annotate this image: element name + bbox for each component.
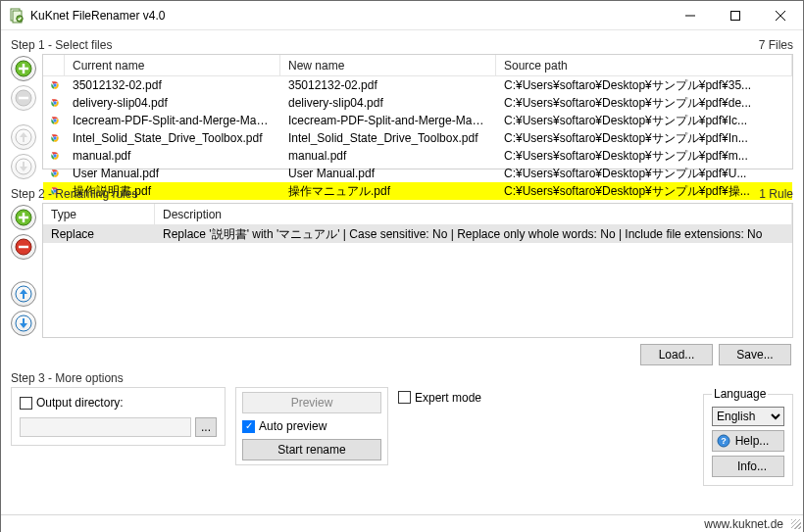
statusbar-url[interactable]: www.kuknet.de — [704, 517, 783, 531]
language-legend: Language — [712, 387, 768, 401]
file-type-icon — [43, 96, 65, 110]
expert-mode-label: Expert mode — [415, 391, 481, 405]
browse-button[interactable]: ... — [195, 417, 217, 437]
cell-new: User Manual.pdf — [280, 167, 496, 180]
table-row[interactable]: 操作説明書.pdf操作マニュアル.pdfC:¥Users¥softaro¥Des… — [43, 182, 792, 200]
rule-down-button[interactable] — [11, 311, 36, 336]
output-dir-input[interactable] — [20, 417, 191, 437]
cell-current: User Manual.pdf — [65, 167, 280, 180]
col-type[interactable]: Type — [43, 204, 155, 224]
svg-point-16 — [54, 84, 57, 87]
file-type-icon — [43, 78, 65, 92]
table-row[interactable]: User Manual.pdfUser Manual.pdfC:¥Users¥s… — [43, 165, 792, 182]
step1-toolbar — [11, 54, 36, 179]
auto-preview-checkbox[interactable]: ✓ — [242, 420, 255, 433]
cell-new: 操作マニュアル.pdf — [280, 183, 496, 200]
cell-new: delivery-slip04.pdf — [280, 96, 496, 110]
table-row[interactable]: 35012132-02.pdf35012132-02.pdfC:¥Users¥s… — [43, 76, 792, 94]
minimize-button[interactable] — [668, 1, 713, 30]
step3-header: Step 3 - More options — [11, 371, 793, 385]
svg-point-19 — [54, 102, 57, 105]
table-row[interactable]: manual.pdfmanual.pdfC:¥Users¥softaro¥Des… — [43, 147, 792, 165]
step3-label: Step 3 - More options — [11, 371, 124, 385]
svg-rect-4 — [731, 11, 740, 20]
close-button[interactable] — [758, 1, 803, 30]
files-table[interactable]: Current name New name Source path 350121… — [42, 54, 793, 169]
window-title: KuKnet FileRenamer v4.0 — [30, 9, 668, 23]
cell-new: Icecream-PDF-Split-and-Merge-Manual... — [280, 114, 496, 127]
rules-table-header: Type Description — [43, 204, 792, 225]
col-source[interactable]: Source path — [496, 55, 792, 75]
svg-text:?: ? — [721, 436, 727, 446]
cell-current: Icecream-PDF-Split-and-Merge-Manual... — [65, 114, 280, 127]
rule-up-button[interactable] — [11, 281, 36, 307]
output-dir-label: Output directory: — [36, 396, 124, 410]
expert-mode-group: Expert mode — [398, 387, 693, 405]
cell-current: manual.pdf — [65, 149, 280, 163]
table-row[interactable]: Icecream-PDF-Split-and-Merge-Manual...Ic… — [43, 112, 792, 129]
resize-grip[interactable] — [787, 515, 803, 531]
step2-toolbar — [11, 203, 36, 338]
cell-source: C:¥Users¥softaro¥Desktop¥サンプル¥pdf¥操... — [496, 183, 792, 200]
info-button[interactable]: Info... — [712, 456, 784, 477]
col-new[interactable]: New name — [280, 55, 496, 75]
move-down-button[interactable] — [11, 154, 36, 179]
cell-source: C:¥Users¥softaro¥Desktop¥サンプル¥pdf¥U... — [496, 166, 792, 182]
cell-current: delivery-slip04.pdf — [65, 96, 280, 110]
cell-source: C:¥Users¥softaro¥Desktop¥サンプル¥pdf¥Ic... — [496, 113, 792, 129]
cell-current: 35012132-02.pdf — [65, 78, 280, 92]
add-file-button[interactable] — [11, 56, 36, 81]
add-rule-button[interactable] — [11, 205, 36, 230]
svg-point-31 — [54, 172, 57, 175]
col-desc[interactable]: Description — [155, 204, 792, 224]
statusbar: www.kuknet.de — [1, 514, 803, 532]
rules-table[interactable]: Type Description ReplaceReplace '説明書' wi… — [42, 203, 793, 338]
table-row[interactable]: ReplaceReplace '説明書' with 'マニュアル' | Case… — [43, 225, 792, 243]
move-up-button[interactable] — [11, 124, 36, 150]
file-type-icon — [43, 149, 65, 163]
cell-source: C:¥Users¥softaro¥Desktop¥サンプル¥pdf¥In... — [496, 130, 792, 147]
start-rename-button[interactable]: Start rename — [242, 439, 381, 460]
cell-source: C:¥Users¥softaro¥Desktop¥サンプル¥pdf¥de... — [496, 95, 792, 112]
preview-button[interactable]: Preview — [242, 392, 381, 413]
load-button[interactable]: Load... — [640, 344, 713, 365]
help-icon: ? — [717, 434, 730, 448]
titlebar: KuKnet FileRenamer v4.0 — [1, 1, 803, 30]
cell-new: manual.pdf — [280, 149, 496, 163]
step1-label: Step 1 - Select files — [11, 38, 112, 52]
cell-source: C:¥Users¥softaro¥Desktop¥サンプル¥pdf¥m... — [496, 148, 792, 165]
file-type-icon — [43, 114, 65, 127]
svg-point-25 — [54, 137, 57, 140]
step2-label: Step 2 - Renaming rules — [11, 187, 137, 201]
table-row[interactable]: delivery-slip04.pdfdelivery-slip04.pdfC:… — [43, 94, 792, 112]
cell-new: Intel_Solid_State_Drive_Toolbox.pdf — [280, 131, 496, 145]
step1-header: Step 1 - Select files 7 Files — [11, 38, 793, 52]
cell-new: 35012132-02.pdf — [280, 78, 496, 92]
svg-point-22 — [54, 120, 57, 122]
help-button[interactable]: ? Help... — [712, 430, 784, 452]
cell-source: C:¥Users¥softaro¥Desktop¥サンプル¥pdf¥35... — [496, 77, 792, 94]
auto-preview-label: Auto preview — [259, 419, 327, 433]
maximize-button[interactable] — [713, 1, 758, 30]
remove-rule-button[interactable] — [11, 234, 36, 260]
cell-current: Intel_Solid_State_Drive_Toolbox.pdf — [65, 131, 280, 145]
step1-count: 7 Files — [759, 38, 793, 52]
files-table-header: Current name New name Source path — [43, 55, 792, 76]
cell-type: Replace — [43, 227, 155, 241]
expert-mode-checkbox[interactable] — [398, 391, 411, 404]
output-dir-group: Output directory: ... — [11, 387, 226, 446]
table-row[interactable]: Intel_Solid_State_Drive_Toolbox.pdfIntel… — [43, 129, 792, 147]
svg-point-28 — [54, 155, 57, 158]
file-type-icon — [43, 167, 65, 180]
file-type-icon — [43, 131, 65, 145]
output-dir-checkbox[interactable] — [20, 397, 32, 410]
app-icon — [9, 8, 25, 24]
step2-count: 1 Rule — [759, 187, 793, 201]
language-select[interactable]: English — [712, 407, 784, 426]
col-icon[interactable] — [43, 55, 65, 75]
save-button[interactable]: Save... — [719, 344, 791, 365]
col-current[interactable]: Current name — [65, 55, 280, 75]
cell-desc: Replace '説明書' with 'マニュアル' | Case sensit… — [155, 226, 792, 243]
preview-group: Preview ✓ Auto preview Start rename — [235, 387, 388, 465]
remove-file-button[interactable] — [11, 85, 36, 111]
